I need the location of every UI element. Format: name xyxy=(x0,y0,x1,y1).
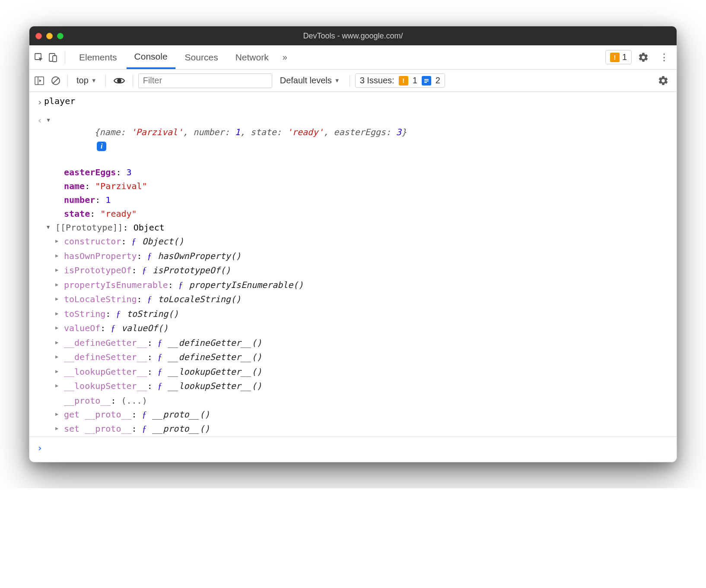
spacer xyxy=(55,193,64,196)
divider xyxy=(105,75,106,87)
chevron-down-icon: ▼ xyxy=(334,77,340,84)
spacer xyxy=(55,180,64,182)
console-body: player {name: 'Parzival', number: 1, sta… xyxy=(29,92,677,462)
prototype-member-row[interactable]: toLocaleString: ƒ toLocaleString() xyxy=(55,292,677,307)
main-tabs: Elements Console Sources Network » ! 1 ⋮ xyxy=(29,45,677,70)
context-label: top xyxy=(76,76,89,85)
expand-toggle[interactable] xyxy=(55,235,64,245)
property-row[interactable]: name: "Parzival" xyxy=(55,179,677,193)
live-expression-icon[interactable] xyxy=(111,77,127,85)
svg-rect-2 xyxy=(53,56,57,62)
prototype-member-row[interactable]: valueOf: ƒ valueOf() xyxy=(55,321,677,336)
prototype-member-row[interactable]: __defineSetter__: ƒ __defineSetter__() xyxy=(55,350,677,365)
tab-network[interactable]: Network xyxy=(228,45,277,69)
settings-gear-icon[interactable] xyxy=(633,52,653,63)
log-levels-selector[interactable]: Default levels ▼ xyxy=(276,76,344,85)
tab-elements[interactable]: Elements xyxy=(71,45,125,69)
object-preview[interactable]: {name: 'Parzival', number: 1, state: 're… xyxy=(53,113,407,164)
expand-toggle[interactable] xyxy=(44,113,53,125)
spacer xyxy=(55,394,64,396)
svg-point-7 xyxy=(118,79,121,82)
chevron-down-icon: ▼ xyxy=(91,77,97,84)
device-toolbar-icon[interactable] xyxy=(47,51,59,63)
prototype-member-row[interactable]: hasOwnProperty: ƒ hasOwnProperty() xyxy=(55,249,677,264)
issues-cluster[interactable]: 3 Issues: ! 1 2 xyxy=(355,73,445,88)
minimize-window-button[interactable] xyxy=(46,33,53,39)
prototype-accessor-row[interactable]: get __proto__: ƒ __proto__() xyxy=(55,408,677,422)
inspect-element-icon[interactable] xyxy=(33,51,45,63)
levels-label: Default levels xyxy=(280,76,332,85)
devtools-window: DevTools - www.google.com/ Elements Cons… xyxy=(29,26,677,462)
property-row[interactable]: number: 1 xyxy=(55,193,677,207)
input-expression: player xyxy=(44,95,75,107)
prototype-members: constructor: ƒ Object()hasOwnProperty: ƒ… xyxy=(55,234,677,394)
svg-rect-8 xyxy=(424,79,429,80)
expand-toggle[interactable] xyxy=(55,422,64,432)
toggle-sidebar-icon[interactable] xyxy=(33,74,46,87)
info-badge-icon[interactable]: i xyxy=(97,142,106,151)
prompt-caret-icon xyxy=(35,440,44,457)
expand-toggle[interactable] xyxy=(55,365,64,375)
console-prompt[interactable] xyxy=(29,436,677,460)
object-expanded: easterEggs: 3 name: "Parzival" number: 1… xyxy=(29,165,677,436)
svg-rect-9 xyxy=(424,80,429,81)
divider xyxy=(350,75,350,87)
expand-toggle[interactable] xyxy=(47,221,55,231)
prototype-member-row[interactable]: __lookupSetter__: ƒ __lookupSetter__() xyxy=(55,379,677,394)
expand-toggle[interactable] xyxy=(55,250,64,259)
issues-info-count: 2 xyxy=(436,76,440,85)
divider xyxy=(67,75,68,87)
prototype-row[interactable]: [[Prototype]]: Object xyxy=(47,221,677,234)
prototype-member-row[interactable]: propertyIsEnumerable: ƒ propertyIsEnumer… xyxy=(55,278,677,293)
tabs-more-button[interactable]: » xyxy=(278,52,292,62)
spacer xyxy=(55,207,64,209)
tab-console[interactable]: Console xyxy=(127,45,175,69)
svg-line-6 xyxy=(53,78,58,83)
issues-warning-count: 1 xyxy=(413,76,417,85)
window-title: DevTools - www.google.com/ xyxy=(29,32,677,41)
execution-context-selector[interactable]: top ▼ xyxy=(73,76,100,85)
console-settings-gear-icon[interactable] xyxy=(653,75,673,86)
zoom-window-button[interactable] xyxy=(57,33,64,39)
prototype-member-row[interactable]: toString: ƒ toString() xyxy=(55,307,677,322)
kebab-menu-icon[interactable]: ⋮ xyxy=(655,52,673,63)
titlebar: DevTools - www.google.com/ xyxy=(29,26,677,45)
property-row[interactable]: easterEggs: 3 xyxy=(55,165,677,179)
expand-toggle[interactable] xyxy=(55,408,64,418)
clear-console-icon[interactable] xyxy=(49,74,62,87)
warning-count: 1 xyxy=(622,52,627,62)
output-caret-icon xyxy=(35,113,44,129)
expand-toggle[interactable] xyxy=(55,264,64,274)
expand-toggle[interactable] xyxy=(55,336,64,346)
divider xyxy=(65,51,65,64)
expand-toggle[interactable] xyxy=(55,307,64,317)
close-window-button[interactable] xyxy=(35,33,42,39)
tab-sources[interactable]: Sources xyxy=(177,45,226,69)
input-caret-icon xyxy=(35,95,44,111)
svg-rect-10 xyxy=(424,82,427,83)
expand-toggle[interactable] xyxy=(55,379,64,389)
console-result-row[interactable]: {name: 'Parzival', number: 1, state: 're… xyxy=(29,112,677,165)
proto-accessor-row[interactable]: __proto__: (...) xyxy=(55,394,677,408)
prototype-getset: get __proto__: ƒ __proto__()set __proto_… xyxy=(55,408,677,436)
expand-toggle[interactable] xyxy=(55,351,64,360)
expand-toggle[interactable] xyxy=(55,293,64,303)
warnings-badge[interactable]: ! 1 xyxy=(605,50,632,64)
expand-toggle[interactable] xyxy=(55,322,64,332)
issues-label: 3 Issues: xyxy=(360,76,394,85)
spacer xyxy=(55,166,64,168)
info-icon xyxy=(422,76,431,85)
prototype-member-row[interactable]: constructor: ƒ Object() xyxy=(55,234,677,249)
property-row[interactable]: state: "ready" xyxy=(55,207,677,221)
prototype-accessor-row[interactable]: set __proto__: ƒ __proto__() xyxy=(55,422,677,436)
window-controls xyxy=(35,33,64,39)
warning-icon: ! xyxy=(399,76,408,85)
expand-toggle[interactable] xyxy=(55,278,64,288)
prototype-member-row[interactable]: isPrototypeOf: ƒ isPrototypeOf() xyxy=(55,263,677,278)
prototype-member-row[interactable]: __defineGetter__: ƒ __defineGetter__() xyxy=(55,336,677,351)
warning-icon: ! xyxy=(610,53,620,62)
console-input-row[interactable]: player xyxy=(29,94,677,112)
prototype-member-row[interactable]: __lookupGetter__: ƒ __lookupGetter__() xyxy=(55,365,677,379)
filter-input[interactable] xyxy=(138,73,272,88)
console-toolbar: top ▼ Default levels ▼ 3 Issues: ! 1 2 xyxy=(29,70,677,92)
